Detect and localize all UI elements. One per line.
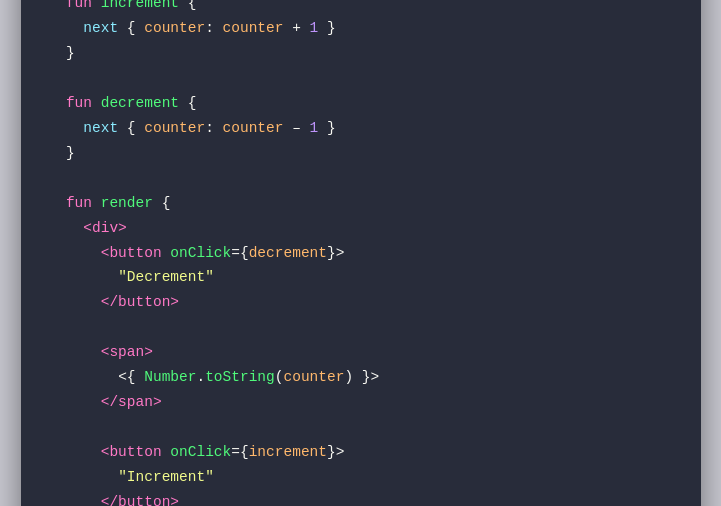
code-content: component Counter { state counter = 0 fu… (49, 0, 669, 506)
line-5: next { counter: counter + 1 } (49, 20, 336, 36)
line-23: "Increment" (49, 469, 214, 485)
line-8: fun decrement { (49, 95, 197, 111)
line-16: </button> (49, 294, 180, 310)
line-9: next { counter: counter – 1 } (49, 120, 336, 136)
line-22: <button onClick={increment}> (49, 444, 345, 460)
line-19: <{ Number.toString(counter) }> (49, 369, 380, 385)
line-14: <button onClick={decrement}> (49, 245, 345, 261)
code-editor: component Counter { state counter = 0 fu… (21, 0, 701, 506)
line-10: } (49, 145, 75, 161)
line-6: } (49, 45, 75, 61)
line-13: <div> (49, 220, 127, 236)
line-20: </span> (49, 394, 162, 410)
line-15: "Decrement" (49, 269, 214, 285)
line-4: fun increment { (49, 0, 197, 11)
line-24: </button> (49, 494, 180, 506)
line-12: fun render { (49, 195, 171, 211)
line-18: <span> (49, 344, 153, 360)
